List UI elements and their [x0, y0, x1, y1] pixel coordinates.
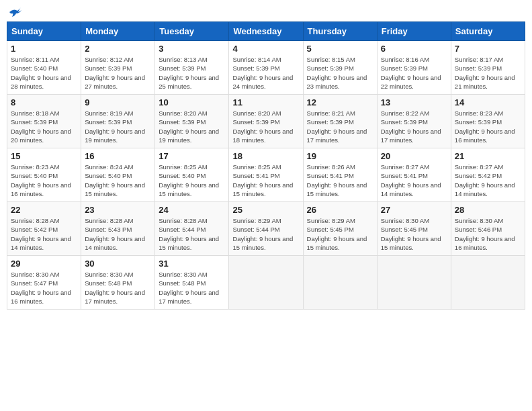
- day-number: 29: [11, 259, 77, 269]
- calendar-cell: 1Sunrise: 8:11 AM Sunset: 5:40 PM Daylig…: [7, 41, 81, 95]
- calendar-cell: 27Sunrise: 8:30 AM Sunset: 5:45 PM Dayli…: [377, 202, 451, 256]
- day-number: 19: [307, 151, 373, 161]
- calendar-cell: [303, 256, 377, 310]
- day-number: 11: [232, 97, 299, 107]
- day-info: Sunrise: 8:16 AM Sunset: 5:39 PM Dayligh…: [381, 55, 447, 91]
- day-number: 16: [85, 151, 151, 161]
- calendar-cell: 3Sunrise: 8:13 AM Sunset: 5:39 PM Daylig…: [155, 41, 229, 95]
- day-number: 14: [455, 97, 521, 107]
- day-info: Sunrise: 8:22 AM Sunset: 5:39 PM Dayligh…: [381, 109, 447, 144]
- calendar-cell: 25Sunrise: 8:29 AM Sunset: 5:44 PM Dayli…: [229, 202, 303, 256]
- day-info: Sunrise: 8:17 AM Sunset: 5:39 PM Dayligh…: [455, 55, 521, 91]
- day-number: 7: [455, 44, 521, 54]
- logo-bird-icon: [8, 7, 21, 17]
- col-header-thursday: Thursday: [303, 22, 377, 41]
- day-info: Sunrise: 8:28 AM Sunset: 5:43 PM Dayligh…: [85, 216, 151, 252]
- day-number: 3: [159, 44, 225, 54]
- day-info: Sunrise: 8:27 AM Sunset: 5:42 PM Dayligh…: [455, 163, 521, 198]
- calendar-cell: 30Sunrise: 8:30 AM Sunset: 5:48 PM Dayli…: [81, 256, 155, 310]
- calendar-cell: 6Sunrise: 8:16 AM Sunset: 5:39 PM Daylig…: [377, 41, 451, 95]
- calendar-week-5: 29Sunrise: 8:30 AM Sunset: 5:47 PM Dayli…: [7, 256, 525, 310]
- calendar-cell: 17Sunrise: 8:25 AM Sunset: 5:40 PM Dayli…: [155, 148, 229, 202]
- calendar-cell: [229, 256, 303, 310]
- page-header: [7, 7, 525, 17]
- calendar-cell: 24Sunrise: 8:28 AM Sunset: 5:44 PM Dayli…: [155, 202, 229, 256]
- calendar-cell: 10Sunrise: 8:20 AM Sunset: 5:39 PM Dayli…: [155, 95, 229, 148]
- day-info: Sunrise: 8:13 AM Sunset: 5:39 PM Dayligh…: [159, 55, 225, 91]
- col-header-sunday: Sunday: [7, 22, 81, 41]
- day-info: Sunrise: 8:19 AM Sunset: 5:39 PM Dayligh…: [85, 109, 151, 144]
- calendar-cell: 22Sunrise: 8:28 AM Sunset: 5:42 PM Dayli…: [7, 202, 81, 256]
- day-info: Sunrise: 8:28 AM Sunset: 5:42 PM Dayligh…: [11, 216, 77, 252]
- calendar-cell: 9Sunrise: 8:19 AM Sunset: 5:39 PM Daylig…: [81, 95, 155, 148]
- calendar-cell: 23Sunrise: 8:28 AM Sunset: 5:43 PM Dayli…: [81, 202, 155, 256]
- calendar-cell: 26Sunrise: 8:29 AM Sunset: 5:45 PM Dayli…: [303, 202, 377, 256]
- day-number: 24: [159, 205, 225, 215]
- day-info: Sunrise: 8:24 AM Sunset: 5:40 PM Dayligh…: [85, 163, 151, 198]
- calendar-cell: 15Sunrise: 8:23 AM Sunset: 5:40 PM Dayli…: [7, 148, 81, 202]
- day-info: Sunrise: 8:30 AM Sunset: 5:46 PM Dayligh…: [455, 216, 521, 252]
- col-header-tuesday: Tuesday: [155, 22, 229, 41]
- day-number: 4: [232, 44, 299, 54]
- day-number: 18: [232, 151, 299, 161]
- calendar-cell: 18Sunrise: 8:25 AM Sunset: 5:41 PM Dayli…: [229, 148, 303, 202]
- day-number: 15: [11, 151, 77, 161]
- col-header-monday: Monday: [81, 22, 155, 41]
- calendar-cell: 13Sunrise: 8:22 AM Sunset: 5:39 PM Dayli…: [377, 95, 451, 148]
- day-info: Sunrise: 8:28 AM Sunset: 5:44 PM Dayligh…: [159, 216, 225, 252]
- day-number: 13: [381, 97, 447, 107]
- calendar-cell: 16Sunrise: 8:24 AM Sunset: 5:40 PM Dayli…: [81, 148, 155, 202]
- calendar-cell: 2Sunrise: 8:12 AM Sunset: 5:39 PM Daylig…: [81, 41, 155, 95]
- calendar-week-4: 22Sunrise: 8:28 AM Sunset: 5:42 PM Dayli…: [7, 202, 525, 256]
- logo: [7, 7, 21, 17]
- calendar-cell: 20Sunrise: 8:27 AM Sunset: 5:41 PM Dayli…: [377, 148, 451, 202]
- day-number: 26: [307, 205, 373, 215]
- day-info: Sunrise: 8:30 AM Sunset: 5:48 PM Dayligh…: [159, 270, 225, 306]
- day-number: 12: [307, 97, 373, 107]
- day-info: Sunrise: 8:18 AM Sunset: 5:39 PM Dayligh…: [11, 109, 77, 144]
- day-info: Sunrise: 8:14 AM Sunset: 5:39 PM Dayligh…: [232, 55, 299, 91]
- day-info: Sunrise: 8:27 AM Sunset: 5:41 PM Dayligh…: [381, 163, 447, 198]
- day-number: 17: [159, 151, 225, 161]
- calendar-cell: 14Sunrise: 8:23 AM Sunset: 5:39 PM Dayli…: [451, 95, 525, 148]
- calendar-cell: 31Sunrise: 8:30 AM Sunset: 5:48 PM Dayli…: [155, 256, 229, 310]
- col-header-wednesday: Wednesday: [229, 22, 303, 41]
- day-info: Sunrise: 8:30 AM Sunset: 5:45 PM Dayligh…: [381, 216, 447, 252]
- col-header-saturday: Saturday: [451, 22, 525, 41]
- day-info: Sunrise: 8:12 AM Sunset: 5:39 PM Dayligh…: [85, 55, 151, 91]
- calendar-cell: 4Sunrise: 8:14 AM Sunset: 5:39 PM Daylig…: [229, 41, 303, 95]
- day-info: Sunrise: 8:15 AM Sunset: 5:39 PM Dayligh…: [307, 55, 373, 91]
- calendar-cell: 8Sunrise: 8:18 AM Sunset: 5:39 PM Daylig…: [7, 95, 81, 148]
- calendar-cell: 19Sunrise: 8:26 AM Sunset: 5:41 PM Dayli…: [303, 148, 377, 202]
- day-info: Sunrise: 8:29 AM Sunset: 5:44 PM Dayligh…: [232, 216, 299, 252]
- day-number: 10: [159, 97, 225, 107]
- day-info: Sunrise: 8:25 AM Sunset: 5:40 PM Dayligh…: [159, 163, 225, 198]
- calendar-cell: [451, 256, 525, 310]
- calendar-cell: 28Sunrise: 8:30 AM Sunset: 5:46 PM Dayli…: [451, 202, 525, 256]
- calendar-cell: 29Sunrise: 8:30 AM Sunset: 5:47 PM Dayli…: [7, 256, 81, 310]
- day-number: 30: [85, 259, 151, 269]
- day-number: 20: [381, 151, 447, 161]
- day-info: Sunrise: 8:21 AM Sunset: 5:39 PM Dayligh…: [307, 109, 373, 144]
- day-number: 22: [11, 205, 77, 215]
- day-number: 8: [11, 97, 77, 107]
- calendar-week-2: 8Sunrise: 8:18 AM Sunset: 5:39 PM Daylig…: [7, 95, 525, 148]
- calendar-week-1: 1Sunrise: 8:11 AM Sunset: 5:40 PM Daylig…: [7, 41, 525, 95]
- day-number: 1: [11, 44, 77, 54]
- col-header-friday: Friday: [377, 22, 451, 41]
- calendar-cell: 5Sunrise: 8:15 AM Sunset: 5:39 PM Daylig…: [303, 41, 377, 95]
- day-info: Sunrise: 8:20 AM Sunset: 5:39 PM Dayligh…: [232, 109, 299, 144]
- calendar-cell: 21Sunrise: 8:27 AM Sunset: 5:42 PM Dayli…: [451, 148, 525, 202]
- day-info: Sunrise: 8:29 AM Sunset: 5:45 PM Dayligh…: [307, 216, 373, 252]
- day-info: Sunrise: 8:20 AM Sunset: 5:39 PM Dayligh…: [159, 109, 225, 144]
- day-info: Sunrise: 8:23 AM Sunset: 5:39 PM Dayligh…: [455, 109, 521, 144]
- day-info: Sunrise: 8:25 AM Sunset: 5:41 PM Dayligh…: [232, 163, 299, 198]
- calendar-cell: 11Sunrise: 8:20 AM Sunset: 5:39 PM Dayli…: [229, 95, 303, 148]
- calendar-table: SundayMondayTuesdayWednesdayThursdayFrid…: [7, 21, 525, 310]
- calendar-cell: [377, 256, 451, 310]
- day-number: 27: [381, 205, 447, 215]
- day-number: 21: [455, 151, 521, 161]
- day-number: 6: [381, 44, 447, 54]
- day-number: 25: [232, 205, 299, 215]
- calendar-cell: 12Sunrise: 8:21 AM Sunset: 5:39 PM Dayli…: [303, 95, 377, 148]
